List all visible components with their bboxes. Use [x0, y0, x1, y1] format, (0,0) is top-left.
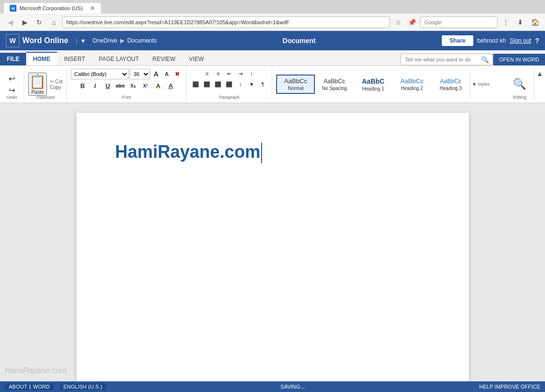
tab-title: Microsoft Corporation (US) [19, 5, 83, 11]
title-divider: | [76, 37, 78, 44]
share-button[interactable]: Share [442, 35, 473, 46]
user-name: behrooz kh [477, 37, 506, 44]
bold-button[interactable]: B [77, 80, 88, 91]
numbering-btn[interactable]: ≡ [213, 69, 223, 78]
text-cursor [261, 143, 262, 163]
tell-me-input[interactable] [401, 54, 493, 65]
editing-group: 🔍 Editing [505, 68, 534, 101]
word-logo-icon: W [6, 34, 19, 47]
show-marks-btn[interactable]: ¶ [257, 79, 268, 89]
tab-review[interactable]: REVIEW [146, 53, 182, 65]
font-name-select[interactable]: Calibri (Body) [71, 69, 129, 79]
document-text: HamiRayane.com [115, 142, 261, 162]
breadcrumb-documents[interactable]: Documents [127, 37, 157, 44]
bullets-btn[interactable]: ≡ [202, 69, 212, 78]
refresh-btn[interactable]: ↻ [33, 16, 46, 29]
style-heading3[interactable]: AaBbCc Heading 3 [431, 75, 470, 93]
align-right-btn[interactable]: ⬛ [213, 79, 223, 89]
browser-tab[interactable]: W Microsoft Corporation (US) ✕ [4, 3, 101, 14]
undo-button[interactable]: ↩ [5, 73, 19, 84]
download-btn[interactable]: ⬇ [514, 16, 527, 29]
align-center-btn[interactable]: ⬛ [202, 79, 212, 89]
sign-out-button[interactable]: Sign out [510, 37, 531, 44]
tab-close-btn[interactable]: ✕ [90, 5, 95, 12]
font-color-button[interactable]: A [165, 80, 176, 91]
font-size-select[interactable]: 36 [130, 69, 150, 79]
breadcrumb: OneDrive ▶ Documents [93, 37, 156, 44]
tab-favicon: W [10, 5, 16, 12]
styles-group-label: Styles [478, 82, 490, 87]
forward-btn[interactable]: ▶ [18, 16, 31, 29]
paragraph-group: ≡ ≡ ⇤ ⇥ ↕ ⬛ ⬛ ⬛ ⬛ ↕ ▼ ¶ Paragraph [187, 68, 272, 101]
style-heading2[interactable]: AaBbCc Heading 2 [392, 75, 431, 93]
search-input[interactable] [420, 16, 498, 28]
highlight-button[interactable]: A [152, 80, 164, 91]
style-heading2-preview: AaBbCc [400, 77, 423, 85]
word-app: W Word Online | ▾ OneDrive ▶ Documents D… [0, 31, 545, 392]
document-area[interactable]: HamiRayane.com [0, 103, 545, 381]
help-button[interactable]: ? [535, 37, 539, 45]
find-button[interactable]: 🔍 [513, 78, 526, 90]
sort-btn[interactable]: ↕ [246, 69, 257, 78]
align-left-btn[interactable]: ⬛ [190, 79, 201, 89]
help-improve-status[interactable]: HELP IMPROVE OFFICE [479, 384, 540, 390]
address-bar[interactable] [62, 16, 390, 28]
title-dropdown-btn[interactable]: ▾ [81, 37, 85, 45]
document-content[interactable]: HamiRayane.com [115, 142, 430, 163]
line-spacing-btn[interactable]: ↕ [235, 79, 246, 89]
breadcrumb-onedrive[interactable]: OneDrive [93, 37, 117, 44]
browser-chrome: W Microsoft Corporation (US) ✕ ◀ ▶ ↻ ⌂ ☆… [0, 0, 545, 31]
new-tab-btn[interactable]: 🏠 [529, 16, 541, 29]
ribbon-tabs: FILE HOME INSERT PAGE LAYOUT REVIEW VIEW… [0, 50, 545, 66]
increase-indent-btn[interactable]: ⇥ [235, 69, 246, 78]
extensions-btn[interactable]: ⋮ [499, 16, 512, 29]
collapse-ribbon-btn[interactable]: ▲ [536, 70, 543, 77]
word-count-status[interactable]: ABOUT 1 WORD [5, 383, 54, 390]
clear-formatting-btn[interactable]: ✖ [172, 69, 182, 79]
font-grow-btn[interactable]: A [151, 69, 161, 79]
font-group: Calibri (Body) 36 A A ✖ B I U abc X₂ X² [67, 68, 187, 101]
style-heading1-label: Heading 1 [362, 86, 385, 91]
italic-button[interactable]: I [89, 80, 101, 91]
justify-btn[interactable]: ⬛ [224, 79, 234, 89]
search-box: 🔍 OPEN IN WORD [401, 54, 545, 65]
style-heading1[interactable]: AaBbC Heading 1 [354, 75, 392, 94]
tab-home[interactable]: HOME [26, 52, 57, 65]
back-btn[interactable]: ◀ [4, 16, 16, 29]
style-normal[interactable]: AaBbCc Normal [276, 75, 315, 94]
style-no-spacing[interactable]: AaBbCc No Spacing [315, 75, 354, 93]
find-icon: 🔍 [513, 78, 526, 90]
font-group-label: Font [122, 95, 131, 100]
styles-dropdown-btn[interactable]: ▾ [470, 70, 478, 99]
document-page: HamiRayane.com [77, 113, 469, 381]
open-in-word-btn[interactable]: OPEN IN WORD [493, 54, 545, 65]
paste-button[interactable]: 📋 Paste [28, 73, 47, 96]
search-icon-btn[interactable]: 🔍 [481, 56, 489, 63]
shading-btn[interactable]: ▼ [246, 79, 257, 89]
style-heading2-label: Heading 2 [401, 86, 423, 91]
redo-button[interactable]: ↪ [5, 85, 19, 95]
language-status[interactable]: ENGLISH (U.S.) [60, 383, 106, 390]
nav-bar: ◀ ▶ ↻ ⌂ ☆ 📌 ⋮ ⬇ 🏠 [0, 14, 545, 31]
status-right[interactable]: HELP IMPROVE OFFICE [479, 384, 540, 390]
tab-file[interactable]: FILE [0, 53, 26, 65]
para-row2: ⬛ ⬛ ⬛ ⬛ ↕ ▼ ¶ [190, 79, 268, 89]
decrease-indent-btn[interactable]: ⇤ [224, 69, 234, 78]
copy-button[interactable]: Copy [50, 85, 62, 90]
cut-button[interactable]: ✂ Cut [50, 79, 62, 84]
style-no-spacing-label: No Spacing [322, 86, 347, 91]
superscript-button[interactable]: X² [140, 80, 151, 91]
status-bar: ABOUT 1 WORD ENGLISH (U.S.) SAVING... HE… [0, 381, 545, 392]
star-btn[interactable]: ☆ [392, 16, 405, 29]
status-center: SAVING... [280, 384, 305, 390]
strikethrough-button[interactable]: abc [114, 80, 126, 91]
tab-view[interactable]: VIEW [182, 53, 211, 65]
home-btn[interactable]: ⌂ [47, 16, 60, 29]
underline-button[interactable]: U [102, 80, 113, 91]
subscript-button[interactable]: X₂ [127, 80, 139, 91]
paragraph-group-label: Paragraph [219, 95, 239, 100]
tab-page-layout[interactable]: PAGE LAYOUT [92, 53, 146, 65]
tab-insert[interactable]: INSERT [57, 53, 92, 65]
pin-btn[interactable]: 📌 [405, 16, 418, 29]
font-shrink-btn[interactable]: A [162, 69, 171, 79]
